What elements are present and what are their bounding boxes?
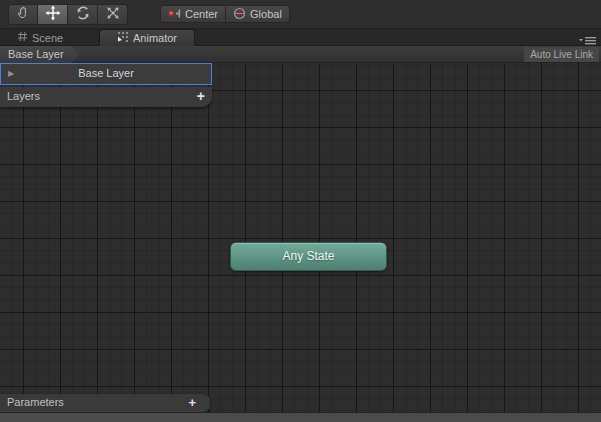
panel-menu-button[interactable] xyxy=(579,35,597,44)
animator-graph-canvas[interactable]: Base Layer Auto Live Link ▶ Base Layer L… xyxy=(0,46,601,412)
scale-tool-button[interactable] xyxy=(98,4,128,25)
any-state-node[interactable]: Any State xyxy=(230,242,387,271)
add-layer-button[interactable]: + xyxy=(197,87,205,106)
bottom-panel-edge xyxy=(0,412,601,422)
animator-statemachine-icon xyxy=(117,31,129,45)
pivot-center-icon xyxy=(168,8,181,21)
parameters-header-label: Parameters xyxy=(7,394,64,411)
tab-scene-label: Scene xyxy=(32,32,63,44)
unity-editor-window: Center Global Scene xyxy=(0,0,601,422)
tab-scene[interactable]: Scene xyxy=(0,29,95,46)
rotate-icon xyxy=(75,5,91,25)
tab-animator[interactable]: Animator xyxy=(99,29,195,46)
scene-grid-icon xyxy=(17,31,28,44)
orientation-global-button[interactable]: Global xyxy=(226,5,290,23)
transform-tool-group xyxy=(8,4,128,25)
breadcrumb-base-layer[interactable]: Base Layer xyxy=(0,46,80,63)
layer-row-base-layer[interactable]: ▶ Base Layer xyxy=(0,63,212,85)
add-parameter-button[interactable]: + xyxy=(188,394,196,411)
pivot-center-label: Center xyxy=(185,8,218,20)
main-toolbar: Center Global xyxy=(0,0,601,28)
move-tool-button[interactable] xyxy=(38,4,68,25)
breadcrumb-label: Base Layer xyxy=(8,48,64,60)
layers-header-label: Layers xyxy=(7,87,40,106)
tab-animator-label: Animator xyxy=(133,32,177,44)
hand-icon xyxy=(16,5,31,24)
parameters-header-bar: Parameters + xyxy=(0,394,210,412)
auto-live-link-button[interactable]: Auto Live Link xyxy=(524,47,599,62)
breadcrumb-bar: Base Layer Auto Live Link xyxy=(0,46,601,63)
layer-row-label: Base Layer xyxy=(1,64,211,83)
scale-icon xyxy=(105,5,121,25)
disclosure-triangle-icon[interactable]: ▶ xyxy=(8,69,14,78)
rotate-tool-button[interactable] xyxy=(68,4,98,25)
orientation-global-label: Global xyxy=(250,8,282,20)
move-icon xyxy=(45,5,61,25)
pivot-orientation-group: Center Global xyxy=(160,5,290,23)
pivot-center-button[interactable]: Center xyxy=(160,5,226,23)
layers-header-bar: Layers + xyxy=(0,87,212,107)
any-state-node-label: Any State xyxy=(282,249,334,263)
hand-tool-button[interactable] xyxy=(8,4,38,25)
dock-tab-bar: Scene Animator xyxy=(0,28,601,46)
auto-live-link-label: Auto Live Link xyxy=(530,49,593,60)
globe-icon xyxy=(233,7,246,22)
